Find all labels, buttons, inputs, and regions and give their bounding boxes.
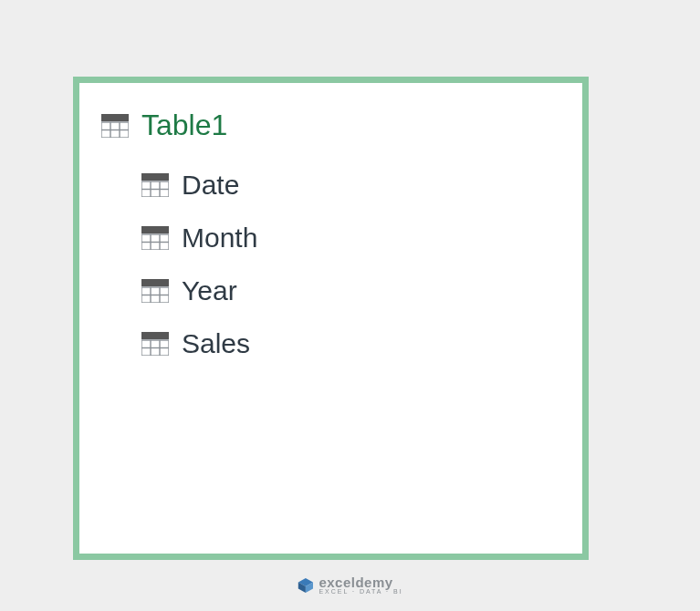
field-label: Year [182,275,237,306]
table-name-label: Table1 [141,109,227,142]
column-icon [141,279,169,303]
svg-rect-10 [141,226,169,233]
field-label: Sales [182,328,250,359]
field-item-date[interactable]: Date [141,170,564,201]
table-header[interactable]: Table1 [101,109,564,142]
logo-icon [297,577,313,594]
svg-rect-15 [141,279,169,286]
brand-name: exceldemy [319,575,402,589]
svg-rect-0 [101,114,129,121]
svg-rect-5 [141,173,169,181]
column-icon [141,173,169,197]
fields-panel: Table1 Date Month [73,77,589,560]
field-item-year[interactable]: Year [141,275,564,306]
column-icon [141,226,169,250]
column-icon [141,332,169,356]
brand-tagline: EXCEL · DATA · BI [319,588,402,595]
field-label: Date [182,170,239,201]
watermark: exceldemy EXCEL · DATA · BI [297,575,402,595]
watermark-text: exceldemy EXCEL · DATA · BI [319,575,402,595]
field-item-sales[interactable]: Sales [141,328,564,359]
field-label: Month [182,223,257,254]
field-item-month[interactable]: Month [141,223,564,254]
svg-rect-20 [141,332,169,339]
table-icon [101,114,129,138]
